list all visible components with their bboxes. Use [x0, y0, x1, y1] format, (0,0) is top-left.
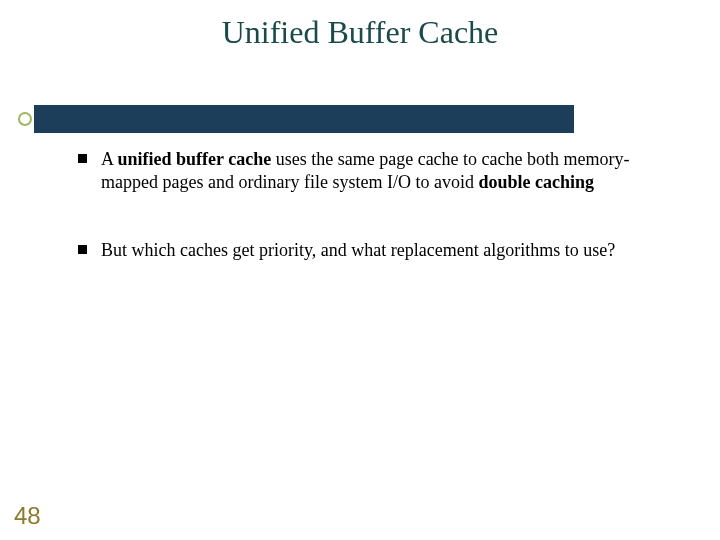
text-bold: double caching	[478, 172, 594, 192]
bullet-item: But which caches get priority, and what …	[78, 239, 680, 262]
content-area: A unified buffer cache uses the same pag…	[78, 148, 680, 306]
bullet-text: But which caches get priority, and what …	[101, 239, 615, 262]
bullet-square-icon	[78, 154, 87, 163]
bullet-item: A unified buffer cache uses the same pag…	[78, 148, 680, 195]
rule-dot-icon	[18, 112, 32, 126]
text-run: But which caches get priority, and what …	[101, 240, 615, 260]
bullet-square-icon	[78, 245, 87, 254]
slide-title: Unified Buffer Cache	[0, 0, 720, 51]
title-rule	[18, 105, 578, 133]
text-run: A	[101, 149, 118, 169]
page-number: 48	[14, 502, 41, 530]
slide: Unified Buffer Cache A unified buffer ca…	[0, 0, 720, 540]
text-bold: unified buffer cache	[118, 149, 272, 169]
bullet-text: A unified buffer cache uses the same pag…	[101, 148, 680, 195]
rule-bar	[34, 105, 574, 133]
